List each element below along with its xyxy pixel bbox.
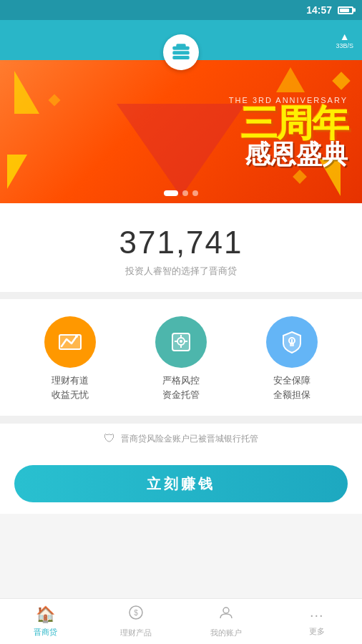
wifi-speed-indicator: ▲ 33B/S: [336, 31, 353, 49]
wifi-icon: ▲: [340, 31, 350, 42]
nav-item-account[interactable]: 我的账户: [181, 599, 272, 644]
banner-text-block: THE 3RD ANNIVERSARY 三周年 感恩盛典: [229, 96, 348, 167]
security-icon: [266, 316, 318, 368]
dot-1[interactable]: [164, 190, 178, 196]
banner-dots: [164, 190, 198, 196]
finance-label: 理财有道 收益无忧: [52, 374, 89, 401]
battery-fill: [340, 9, 349, 12]
battery-icon: [338, 6, 353, 14]
feature-security: 安全保障 全额担保: [245, 316, 338, 401]
status-bar: 14:57: [0, 0, 362, 20]
svg-rect-3: [176, 44, 185, 47]
finance-label-line1: 理财有道: [52, 374, 89, 388]
svg-point-18: [223, 608, 229, 613]
finance-label-line2: 收益无忧: [52, 388, 89, 402]
home-label: 晋商贷: [34, 627, 57, 638]
account-label: 我的账户: [210, 628, 242, 638]
content-area: THE 3RD ANNIVERSARY 三周年 感恩盛典 371,741 投资人…: [0, 60, 362, 598]
anniversary-line: THE 3RD ANNIVERSARY: [229, 96, 348, 104]
security-label-line2: 全额担保: [273, 388, 310, 402]
trust-text: 晋商贷风险金账户已被晋城银行托管: [121, 433, 258, 445]
svg-point-5: [75, 335, 78, 338]
promo-banner[interactable]: THE 3RD ANNIVERSARY 三周年 感恩盛典: [0, 60, 362, 203]
trust-shield-icon: 🛡: [104, 432, 115, 445]
more-icon: ···: [310, 607, 324, 623]
trust-section: 🛡 晋商贷风险金账户已被晋城银行托管: [0, 423, 362, 454]
status-time: 14:57: [306, 4, 332, 16]
speed-text: 33B/S: [336, 42, 353, 49]
products-label: 理财产品: [120, 628, 152, 638]
svg-text:$: $: [134, 609, 138, 617]
cta-section: 立刻赚钱: [0, 454, 362, 514]
svg-point-8: [180, 340, 182, 343]
banner-sub-text: 感恩盛典: [229, 142, 348, 167]
svg-rect-14: [290, 343, 294, 346]
stats-section: 371,741 投资人睿智的选择了晋商贷: [0, 203, 362, 292]
risk-icon: [155, 316, 207, 368]
feature-finance: 理财有道 收益无忧: [24, 316, 117, 401]
banner-content: THE 3RD ANNIVERSARY 三周年 感恩盛典: [0, 60, 362, 203]
account-icon: [218, 605, 234, 625]
dot-3[interactable]: [192, 190, 198, 196]
feature-risk: 严格风控 资金托管: [134, 316, 228, 401]
security-label: 安全保障 全额担保: [273, 374, 310, 401]
products-icon: $: [128, 605, 144, 625]
svg-rect-2: [172, 56, 189, 59]
banner-main-text: 三周年: [229, 104, 348, 142]
risk-label: 严格风控 资金托管: [162, 374, 200, 401]
features-section: 理财有道 收益无忧 严格风控 资金托管: [0, 299, 362, 416]
nav-item-home[interactable]: 🏠 晋商贷: [0, 599, 91, 644]
more-label: 更多: [309, 626, 325, 637]
risk-label-line2: 资金托管: [162, 388, 200, 402]
investor-desc: 投资人睿智的选择了晋商贷: [14, 265, 348, 278]
home-icon: 🏠: [36, 605, 55, 624]
nav-item-products[interactable]: $ 理财产品: [91, 599, 182, 644]
investor-count: 371,741: [14, 225, 348, 260]
cta-button[interactable]: 立刻赚钱: [14, 465, 348, 502]
app-logo[interactable]: [163, 34, 199, 70]
bottom-nav: 🏠 晋商贷 $ 理财产品 我的账户 ··· 更多: [0, 598, 362, 644]
nav-item-more[interactable]: ··· 更多: [272, 599, 363, 644]
divider-1: [0, 292, 362, 299]
logo-inner: [169, 40, 193, 64]
risk-label-line1: 严格风控: [162, 374, 200, 388]
svg-rect-1: [172, 51, 189, 54]
finance-icon: [44, 316, 96, 368]
app-header: ▲ 33B/S: [0, 20, 362, 60]
divider-2: [0, 416, 362, 423]
security-label-line1: 安全保障: [273, 374, 310, 388]
dot-2[interactable]: [182, 190, 188, 196]
